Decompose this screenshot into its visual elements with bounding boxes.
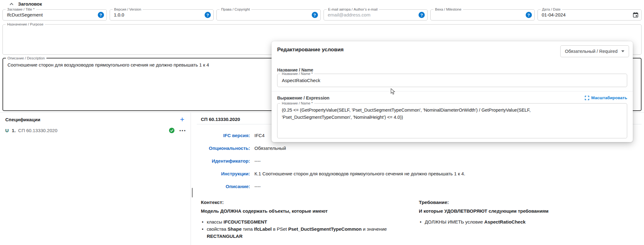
detail-row-label: Опциональность: <box>201 146 250 151</box>
header-text-field[interactable]: Версия / Version 1.0.0 ? <box>110 9 214 21</box>
scale-link-label: Масштабировать <box>591 95 627 100</box>
specifications-panel: Спецификации + U 1. СП 60.13330.2020 ●●● <box>0 112 191 245</box>
field-label: Назначение / Purpose <box>6 22 45 26</box>
spec-name: СП 60.13330.2020 <box>18 128 168 133</box>
help-icon[interactable]: ? <box>419 12 425 18</box>
scale-link[interactable]: Масштабировать <box>585 95 627 100</box>
more-options-icon[interactable]: ●●● <box>179 129 186 132</box>
specification-list-item[interactable]: U 1. СП 60.13330.2020 ●●● <box>5 127 187 133</box>
detail-row-label: IFC версия: <box>201 133 250 138</box>
detail-row-value: Обязательный <box>254 146 465 151</box>
calendar-icon[interactable] <box>632 12 639 18</box>
specifications-title: Спецификации <box>5 117 40 122</box>
header-text-field[interactable]: E-mail автора / Author’s e-mail email@ad… <box>324 9 428 21</box>
field-label: Дата / Date <box>541 7 562 12</box>
dialog-title: Редактирование условия <box>277 47 344 53</box>
header-text-field[interactable]: Дата / Date 01-04-2024 <box>537 9 642 21</box>
detail-row-label: Идентификатор: <box>201 158 250 164</box>
panel-divider <box>191 113 191 245</box>
requirement-subtitle: И которые УДОВЛЕТВОРЯЮТ следующим требов… <box>419 208 631 214</box>
required-dropdown-value: Обязательный / Required <box>565 49 618 54</box>
spec-number: 1. <box>12 128 16 133</box>
field-value: AspectRatioCheck <box>277 74 627 83</box>
add-specification-button[interactable]: + <box>178 116 187 122</box>
bullet-item: классы IFCDUCTSEGMENT <box>201 218 388 225</box>
check-circle-icon <box>169 127 175 133</box>
spec-status-letter: U <box>5 128 9 133</box>
scrollbar-thumb[interactable] <box>192 188 193 197</box>
detail-row-value: ---- <box>254 184 465 189</box>
field-label: Заглавие / Title * <box>6 7 36 12</box>
bullet-item: ДОЛЖНЫ ИМЕТЬ условие AspectRatioCheck <box>419 218 631 225</box>
condition-name-input[interactable]: Название / Name * AspectRatioCheck <box>277 74 627 87</box>
expression-section-label: Выражение / Expression <box>277 95 329 100</box>
header-fields-row: Заглавие / Title * IfcDuctSegement ? Вер… <box>2 9 642 21</box>
context-title: Контекст: <box>201 200 388 205</box>
context-column: Контекст: Модель ДОЛЖНА содержать объект… <box>201 200 388 240</box>
field-label: Права / Copyright <box>220 7 251 12</box>
field-label: Описание / Description <box>6 56 46 60</box>
header-section-bar: Заголовок <box>9 1 42 7</box>
section-title: Заголовок <box>18 1 42 7</box>
requirement-title: Требование: <box>419 200 631 205</box>
requirement-column: Требование: И которые УДОВЛЕТВОРЯЮТ след… <box>419 200 631 240</box>
header-text-field[interactable]: Веха / Milestone ? <box>430 9 535 21</box>
dialog-divider <box>272 91 633 91</box>
expression-input[interactable]: Название / Name * (0.25 <= (GetPropertyV… <box>277 103 627 138</box>
header-text-field[interactable]: Заглавие / Title * IfcDuctSegement ? <box>2 9 107 21</box>
required-dropdown[interactable]: Обязательный / Required <box>560 45 629 57</box>
detail-row-label: Инструкции: <box>201 171 250 176</box>
bullet-item: свойства Shape типа IfcLabel в PSet Pset… <box>201 225 388 240</box>
field-label: Название / Name * <box>280 72 314 76</box>
field-label: E-mail автора / Author’s e-mail <box>327 7 379 12</box>
field-label: Веха / Milestone <box>433 7 463 12</box>
help-icon[interactable]: ? <box>526 12 532 18</box>
help-icon[interactable]: ? <box>98 12 104 18</box>
fullscreen-expand-icon <box>585 96 589 100</box>
help-icon[interactable]: ? <box>205 12 211 18</box>
header-text-field[interactable]: Права / Copyright ? <box>216 9 321 21</box>
detail-row-value: ---- <box>254 158 465 164</box>
collapse-chevron-icon[interactable] <box>9 2 14 6</box>
field-value: (0.25 <= (GetPropertyValue(SELF, 'Pset_D… <box>277 104 594 124</box>
detail-row-value: К.1 Соотношение сторон для воздуховодов … <box>254 171 465 176</box>
detail-panel-title: СП 60.13330.2020 <box>201 117 240 122</box>
field-value <box>3 25 641 32</box>
detail-row-label: Описание: <box>201 184 250 189</box>
field-label: Название / Name * <box>280 101 314 105</box>
edit-condition-dialog: Редактирование условия Обязательный / Re… <box>272 41 633 142</box>
chevron-down-icon <box>621 50 624 52</box>
help-icon[interactable]: ? <box>312 12 318 18</box>
field-label: Версия / Version <box>113 7 143 12</box>
context-subtitle: Модель ДОЛЖНА содержать объекты, которые… <box>201 208 388 214</box>
